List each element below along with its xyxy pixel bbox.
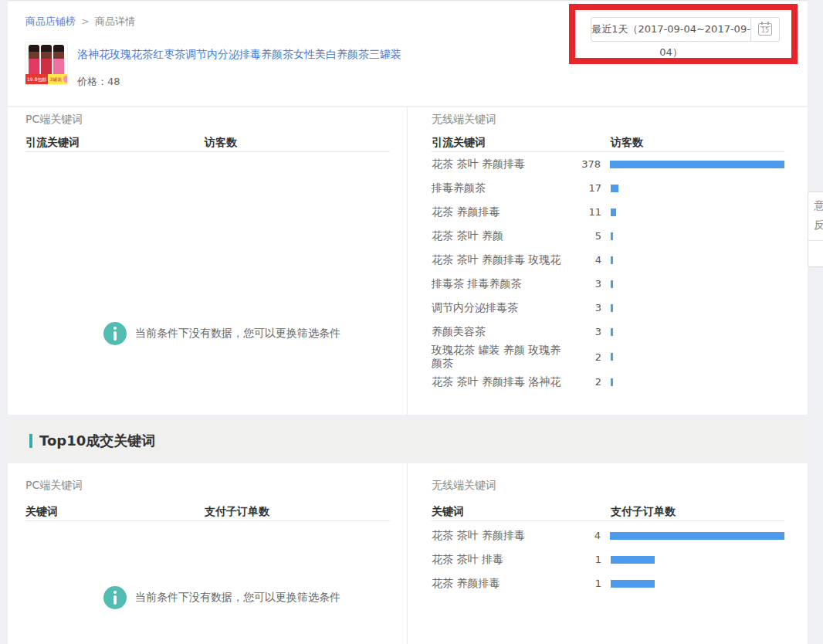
- date-range-picker[interactable]: 最近1天（2017-09-04~2017-09-04）: [591, 17, 751, 42]
- keyword-cell: 养颜美容茶: [432, 325, 571, 338]
- table-header: 引流关键词 访客数: [25, 134, 390, 151]
- table-header-rule: [25, 520, 390, 521]
- value-cell: 4: [570, 530, 601, 541]
- table-row: 花茶 养颜排毒11: [432, 200, 784, 224]
- feedback-float[interactable]: 意见 反馈: [808, 192, 823, 267]
- keyword-table: 花茶 茶叶 养颜排毒4花茶 茶叶 排毒1花茶 养颜排毒1: [432, 524, 784, 595]
- value-bar: [611, 208, 616, 216]
- value-bar: [610, 532, 784, 540]
- product-title-link[interactable]: 洛神花玫瑰花茶红枣茶调节内分泌排毒养颜茶女性美白养颜茶三罐装: [77, 48, 401, 62]
- bar-track: [611, 185, 784, 192]
- bar-track: [610, 161, 784, 168]
- product-image-jars: [25, 42, 67, 75]
- section-band-top10: Top10成交关键词: [8, 419, 808, 462]
- feedback-extra-section: [808, 241, 823, 266]
- value-cell: 4: [571, 254, 601, 266]
- table-row: 花茶 茶叶 排毒1: [432, 547, 784, 571]
- value-bar: [611, 232, 613, 240]
- table-header: 引流关键词 访客数: [432, 134, 784, 151]
- info-icon: [103, 322, 127, 345]
- value-cell: 378: [570, 158, 601, 170]
- column-header-value: 支付子订单数: [205, 505, 269, 519]
- deal-wireless-panel: 无线端关键词 关键词 支付子订单数 花茶 茶叶 养颜排毒4花茶 茶叶 排毒1花茶…: [407, 463, 808, 644]
- bar-track: [611, 280, 784, 288]
- deal-keywords-card: PC端关键词 关键词 支付子订单数 当前条件下没有数据，您可以更换筛选条件 无线…: [8, 463, 808, 644]
- table-row: 排毒养颜茶17: [432, 176, 784, 200]
- breadcrumb-link-rank[interactable]: 商品店铺榜: [25, 15, 76, 27]
- breadcrumb-current: 商品详情: [95, 15, 135, 27]
- promo-bag-icon: [63, 76, 67, 83]
- bar-track: [611, 353, 784, 361]
- bar-track: [610, 532, 784, 540]
- table-row: 排毒茶 排毒养颜茶3: [432, 272, 784, 296]
- panel-title: PC端关键词: [25, 479, 83, 493]
- traffic-wireless-panel: 无线端关键词 引流关键词 访客数 花茶 茶叶 养颜排毒378排毒养颜茶17花茶 …: [407, 107, 808, 415]
- value-cell: 11: [571, 206, 601, 218]
- bar-track: [611, 208, 784, 216]
- column-header-keyword: 引流关键词: [432, 136, 611, 150]
- value-bar: [611, 328, 613, 336]
- keyword-cell: 花茶 茶叶 养颜排毒: [432, 529, 570, 542]
- bar-track: [611, 328, 784, 336]
- table-header-rule: [432, 520, 784, 521]
- keyword-cell: 玫瑰花茶 罐装 养颜 玫瑰养颜茶: [432, 344, 571, 370]
- deal-pc-panel: PC端关键词 关键词 支付子订单数 当前条件下没有数据，您可以更换筛选条件: [8, 463, 407, 644]
- column-header-value: 支付子订单数: [611, 505, 676, 519]
- calendar-icon: 15: [758, 23, 772, 36]
- section-accent-bar: [29, 434, 32, 448]
- product-price: 价格：48: [77, 75, 120, 89]
- bar-track: [611, 304, 784, 312]
- empty-state: 当前条件下没有数据，您可以更换筛选条件: [103, 586, 340, 609]
- empty-state: 当前条件下没有数据，您可以更换筛选条件: [103, 322, 340, 345]
- table-header: 关键词 支付子订单数: [25, 503, 390, 520]
- value-bar: [611, 556, 655, 564]
- section-title: Top10成交关键词: [39, 432, 155, 450]
- bar-track: [611, 232, 784, 240]
- feedback-label-line: 反馈: [814, 215, 823, 235]
- panel-title: 无线端关键词: [432, 479, 496, 493]
- table-row: 花茶 茶叶 养颜排毒 玫瑰花4: [432, 248, 784, 272]
- panel-title: PC端关键词: [25, 113, 83, 127]
- promo-price-badge: 19.8包邮: [25, 74, 48, 84]
- keyword-cell: 花茶 茶叶 排毒: [432, 553, 571, 566]
- value-cell: 3: [571, 302, 601, 314]
- table-row: 花茶 茶叶 养颜排毒4: [432, 524, 784, 547]
- value-cell: 2: [571, 376, 601, 388]
- calendar-button[interactable]: 15: [751, 17, 780, 42]
- table-row: 花茶 茶叶 养颜5: [432, 224, 784, 248]
- value-bar: [611, 280, 613, 288]
- traffic-pc-panel: PC端关键词 引流关键词 访客数 当前条件下没有数据，您可以更换筛选条件: [8, 107, 407, 415]
- keyword-cell: 花茶 养颜排毒: [432, 577, 571, 590]
- keyword-cell: 调节内分泌排毒茶: [432, 301, 571, 314]
- product-image-promo-banner: 19.8包邮 3罐装: [25, 74, 67, 84]
- value-cell: 2: [571, 351, 601, 363]
- value-bar: [611, 304, 613, 312]
- value-bar: [611, 580, 655, 588]
- table-row: 花茶 养颜排毒1: [432, 571, 784, 595]
- feedback-label: 意见 反馈: [808, 192, 823, 238]
- value-cell: 3: [571, 278, 601, 290]
- keyword-table: 花茶 茶叶 养颜排毒378排毒养颜茶17花茶 养颜排毒11花茶 茶叶 养颜5花茶…: [432, 152, 784, 394]
- table-row: 花茶 茶叶 养颜排毒 洛神花2: [432, 370, 784, 394]
- page-root: { "header": { "breadcrumb": { "rank": "商…: [0, 0, 823, 644]
- keyword-cell: 花茶 茶叶 养颜排毒 洛神花: [432, 375, 571, 388]
- keyword-cell: 花茶 茶叶 养颜: [432, 229, 571, 242]
- value-cell: 1: [571, 578, 601, 589]
- value-cell: 17: [571, 182, 601, 194]
- promo-text: 3罐装: [48, 74, 63, 84]
- product-image[interactable]: 19.8包邮 3罐装: [25, 42, 68, 85]
- value-bar: [611, 185, 618, 192]
- value-cell: 1: [571, 554, 601, 565]
- value-cell: 3: [571, 326, 601, 337]
- empty-state-text: 当前条件下没有数据，您可以更换筛选条件: [135, 591, 340, 605]
- bar-track: [611, 580, 784, 588]
- table-row: 养颜美容茶3: [432, 320, 784, 344]
- bar-track: [611, 556, 784, 564]
- keyword-cell: 花茶 茶叶 养颜排毒 玫瑰花: [432, 253, 571, 266]
- empty-state-text: 当前条件下没有数据，您可以更换筛选条件: [135, 327, 340, 341]
- value-bar: [610, 161, 784, 168]
- column-header-value: 访客数: [611, 136, 643, 150]
- column-header-value: 访客数: [205, 136, 237, 150]
- keyword-cell: 排毒茶 排毒养颜茶: [432, 277, 571, 290]
- breadcrumb: 商品店铺榜>商品详情: [25, 15, 135, 29]
